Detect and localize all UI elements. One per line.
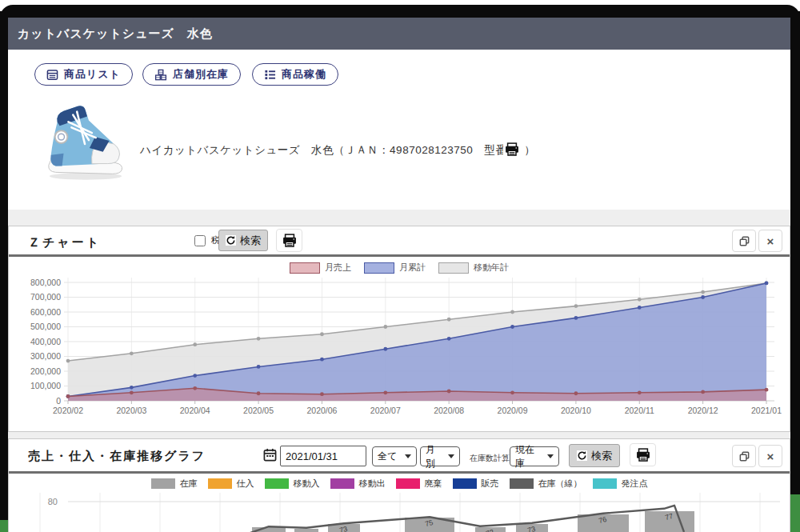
- trend-chart-canvas: 80737572737677: [8, 491, 790, 532]
- svg-text:80: 80: [48, 497, 58, 506]
- page-title: カットバスケットシューズ 水色: [8, 18, 790, 50]
- trend-chart-legend: 在庫仕入移動入移動出廃棄販売在庫（線）発注点: [9, 478, 790, 490]
- svg-text:500,000: 500,000: [30, 322, 61, 331]
- trend-period-select[interactable]: 月別: [420, 446, 460, 466]
- window-frame-top: [0, 5, 800, 18]
- product-activity-button[interactable]: 商品稼働: [252, 63, 338, 86]
- svg-text:300,000: 300,000: [30, 351, 61, 361]
- trend-legend-item[interactable]: 仕入: [208, 478, 254, 490]
- svg-text:600,000: 600,000: [30, 307, 61, 317]
- svg-text:2021/01: 2021/01: [751, 406, 782, 415]
- legend-label: 移動入: [294, 478, 320, 490]
- product-list-button-label: 商品リスト: [64, 67, 121, 82]
- window-frame-right: [790, 11, 800, 494]
- backdrop-accent-bottom-left: [0, 520, 8, 532]
- trend-legend-item[interactable]: 発注点: [593, 478, 648, 490]
- legend-label: 発注点: [622, 478, 648, 490]
- trend-period-select-value: 月別: [426, 443, 443, 470]
- trend-legend-item[interactable]: 廃棄: [396, 478, 442, 490]
- trend-search-label: 検索: [591, 449, 612, 463]
- stacked-boxes-icon: [154, 69, 167, 81]
- trend-restore-button[interactable]: [732, 445, 756, 467]
- refresh-icon: [226, 235, 236, 246]
- z-chart-canvas: 0100,000200,000300,000400,000500,000600,…: [8, 256, 790, 434]
- svg-text:2020/05: 2020/05: [243, 406, 274, 415]
- legend-swatch: [396, 478, 420, 489]
- legend-swatch: [453, 478, 477, 489]
- printer-icon: [282, 233, 298, 249]
- trend-close-button[interactable]: ×: [758, 445, 782, 467]
- svg-text:400,000: 400,000: [30, 337, 61, 346]
- svg-text:700,000: 700,000: [30, 292, 61, 302]
- svg-text:2020/09: 2020/09: [498, 406, 528, 415]
- z-chart-close-button[interactable]: ×: [758, 230, 782, 252]
- trend-legend-item[interactable]: 在庫（線）: [510, 478, 582, 490]
- trend-header-divider: [9, 471, 790, 474]
- app-window: カットバスケットシューズ 水色 商品リスト 店舗別在庫 商品稼働: [0, 0, 800, 532]
- close-icon: ×: [767, 450, 774, 462]
- backdrop-accent-right: [790, 494, 800, 532]
- svg-text:100,000: 100,000: [30, 381, 61, 390]
- restore-icon: [738, 235, 750, 247]
- legend-swatch: [510, 478, 534, 489]
- z-chart-search-label: 検索: [240, 234, 261, 248]
- legend-swatch: [208, 478, 232, 489]
- trend-legend-item[interactable]: 移動入: [265, 478, 320, 490]
- chevron-down-icon: [547, 454, 554, 458]
- trend-legend-item[interactable]: 販売: [453, 478, 499, 490]
- window-list-icon: [46, 69, 58, 81]
- printer-icon: [635, 447, 651, 463]
- svg-text:2020/07: 2020/07: [370, 406, 401, 415]
- refresh-icon: [577, 450, 587, 461]
- legend-swatch: [265, 478, 289, 489]
- legend-swatch: [593, 478, 617, 489]
- legend-label: 販売: [482, 478, 499, 490]
- store-stock-button[interactable]: 店舗別在庫: [142, 63, 241, 86]
- z-chart-panel-title: Ｚチャート: [28, 235, 101, 250]
- svg-text:0: 0: [56, 396, 61, 406]
- product-list-button[interactable]: 商品リスト: [34, 63, 133, 86]
- chevron-down-icon: [405, 454, 411, 458]
- svg-text:200,000: 200,000: [30, 366, 61, 376]
- z-chart-search-button[interactable]: 検索: [218, 230, 268, 251]
- trend-panel-title: 売上・仕入・在庫推移グラフ: [28, 449, 206, 464]
- svg-text:2020/02: 2020/02: [53, 406, 83, 415]
- trend-chart-stock-bars: 737572737677: [252, 511, 694, 532]
- svg-text:2020/10: 2020/10: [561, 406, 591, 415]
- trend-search-button[interactable]: 検索: [569, 444, 620, 467]
- stock-calc-select-value: 現在庫: [515, 443, 542, 470]
- product-description: ハイカットバスケットシューズ 水色（ＪＡＮ：4987028123750 型番1：…: [140, 143, 535, 158]
- legend-label: 仕入: [237, 478, 254, 490]
- product-image-sneaker: [40, 102, 134, 186]
- svg-text:2020/12: 2020/12: [688, 406, 718, 415]
- calendar-icon: [263, 448, 277, 462]
- product-activity-button-label: 商品稼働: [282, 67, 326, 82]
- printer-icon: [504, 142, 520, 158]
- close-icon: ×: [767, 235, 774, 247]
- rows-list-icon: [264, 69, 276, 81]
- z-chart-x-axis: 2020/022020/032020/042020/052020/062020/…: [53, 401, 782, 415]
- legend-label: 廃棄: [425, 478, 442, 490]
- legend-label: 在庫: [180, 478, 198, 490]
- svg-text:2020/04: 2020/04: [180, 406, 210, 415]
- tax-excluded-checkbox[interactable]: [194, 235, 206, 246]
- chevron-down-icon: [448, 454, 454, 458]
- trend-scope-select[interactable]: 全て: [372, 446, 417, 466]
- svg-text:800,000: 800,000: [30, 278, 61, 287]
- z-chart-print-button[interactable]: [276, 229, 302, 252]
- trend-print-button[interactable]: [630, 443, 656, 466]
- product-print-button[interactable]: [503, 141, 521, 158]
- stock-calc-select[interactable]: 現在庫: [510, 446, 559, 466]
- legend-swatch: [151, 478, 175, 489]
- legend-label: 在庫（線）: [538, 478, 582, 490]
- trend-legend-item[interactable]: 移動出: [330, 478, 386, 490]
- svg-text:2020/06: 2020/06: [306, 406, 337, 415]
- trend-legend-item[interactable]: 在庫: [151, 478, 198, 490]
- trend-scope-select-value: 全て: [378, 450, 397, 463]
- z-chart-restore-button[interactable]: [732, 230, 756, 252]
- trend-date-input[interactable]: [280, 446, 366, 466]
- legend-swatch: [330, 478, 354, 489]
- svg-text:2020/08: 2020/08: [434, 406, 464, 415]
- svg-text:2020/03: 2020/03: [116, 406, 146, 415]
- store-stock-button-label: 店舗別在庫: [173, 67, 229, 82]
